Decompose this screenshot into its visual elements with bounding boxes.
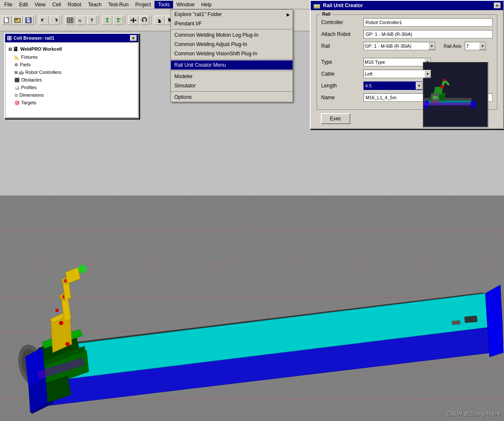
open-button[interactable]	[13, 16, 23, 25]
tree-root[interactable]: ⊟ 🖥 WeldPRO Workcell	[8, 45, 136, 53]
attach-robot-input[interactable]	[363, 30, 493, 38]
undo-button[interactable]	[39, 16, 49, 25]
parts-icon: ⚙	[14, 62, 18, 67]
menu-robot[interactable]: Robot	[65, 1, 85, 8]
cable-select[interactable]: Left Right	[363, 70, 431, 78]
menu-view[interactable]: View	[31, 1, 49, 8]
rail-creator-title: Rail Unit Creator	[323, 3, 363, 8]
rotate-tool-btn[interactable]	[139, 16, 149, 25]
tree-item-fixtures[interactable]: 📐 Fixtures	[8, 53, 136, 61]
rail-creator-window: 🚃 Rail Unit Creator × Rail Controller At…	[310, 0, 504, 129]
svg-point-93	[59, 321, 63, 325]
attach-robot-row: Attach Robot	[321, 30, 493, 38]
tree-item-parts[interactable]: ⚙ Parts	[8, 61, 136, 68]
svg-marker-24	[133, 22, 134, 23]
toolbar-sep-4	[125, 16, 127, 25]
simulator-label: Simulator	[174, 83, 196, 89]
help-button[interactable]: ?	[87, 16, 97, 25]
rail-axis-arrow[interactable]: ▼	[479, 42, 486, 50]
rail-label: Rail	[321, 43, 363, 49]
tree-item-obstacles[interactable]: ⬛ Obstacles	[8, 76, 136, 84]
length-select[interactable]: 4.5 3.0 5.0 6.0	[363, 81, 423, 90]
menu-help[interactable]: Help	[198, 1, 215, 8]
menu-test-run[interactable]: Test-Run	[105, 1, 132, 8]
svg-point-94	[65, 342, 70, 346]
menu-ipendant[interactable]: iPendant I/F	[171, 19, 293, 28]
tree-item-dimensions[interactable]: ⊙ Dimensions	[8, 91, 136, 99]
welding-visionshift-label: Common Welding VisionShift Plug-In	[174, 51, 257, 57]
scene-svg	[0, 196, 504, 421]
attach-robot-label: Attach Robot	[321, 31, 363, 37]
menu-simulator[interactable]: Simulator	[171, 81, 293, 90]
snap-button[interactable]: N	[76, 16, 86, 25]
menu-modeler[interactable]: Modeler	[171, 72, 293, 81]
tree-root-expand[interactable]: ⊟	[8, 47, 12, 52]
menu-teach[interactable]: Teach	[85, 1, 105, 8]
menu-rail-unit-creator[interactable]: Rail Unit Creator Menu	[171, 60, 293, 70]
fixtures-label: Fixtures	[21, 54, 38, 60]
tree-item-profiles[interactable]: 📊 Profiles	[8, 84, 136, 91]
tree-item-targets[interactable]: 🎯 Targets	[8, 99, 136, 106]
rail-unit-creator-label: Rail Unit Creator Menu	[174, 62, 226, 68]
robot-icon-btn[interactable]	[102, 16, 112, 25]
svg-rect-3	[15, 19, 17, 20]
menu-cell[interactable]: Cell	[49, 1, 65, 8]
hand-tool-btn[interactable]	[154, 16, 165, 25]
rail-creator-close[interactable]: ×	[494, 3, 501, 8]
menu-welding-visionshift[interactable]: Common Welding VisionShift Plug-In	[171, 49, 293, 58]
parts-label: Parts	[20, 62, 31, 67]
explore-folder-label: Explore "rail1" Folder	[174, 11, 222, 17]
robot2-icon-btn[interactable]: +	[113, 16, 123, 25]
menu-welding-adjust[interactable]: Common Welding Adjust Plug-In	[171, 40, 293, 49]
cable-select-wrapper: Left Right ▼	[363, 70, 431, 78]
welding-motion-label: Common Welding Motion Log Plug-In	[174, 32, 258, 38]
controller-row: Controller	[321, 18, 493, 27]
tree-root-label: WeldPRO Workcell	[20, 46, 62, 52]
dropdown-sep-2	[171, 59, 293, 60]
controller-input[interactable]	[363, 18, 493, 27]
robot-controllers-icon: 🤖	[19, 70, 24, 75]
menu-options[interactable]: Options	[171, 92, 293, 102]
cell-browser-window: ⊞ Cell Browser- rail1 × ⊟ 🖥 WeldPRO Work…	[4, 33, 139, 119]
new-button[interactable]	[2, 16, 12, 25]
profiles-icon: 📊	[14, 85, 19, 90]
name-label: Name	[321, 95, 363, 100]
rail-select-arrow[interactable]: ▼	[428, 42, 435, 50]
tools-dropdown-menu: Explore "rail1" Folder ▶ iPendant I/F Co…	[171, 9, 293, 102]
menu-edit[interactable]: Edit	[16, 1, 31, 8]
tree-item-robot-controllers[interactable]: ⊞ 🤖 Robot Controllers	[8, 68, 136, 76]
rail-axis-wrapper: 7 ▼	[465, 42, 486, 50]
exec-button[interactable]: Exec	[321, 113, 350, 124]
move-tool-btn[interactable]	[128, 16, 138, 25]
svg-point-95	[55, 309, 59, 312]
svg-rect-7	[67, 18, 73, 23]
redo-button[interactable]	[50, 16, 60, 25]
svg-rect-6	[27, 20, 30, 22]
dimensions-label: Dimensions	[19, 92, 43, 98]
menu-project[interactable]: Project	[132, 1, 154, 8]
menu-welding-motion[interactable]: Common Welding Motion Log Plug-In	[171, 30, 293, 40]
rail-creator-form: Rail Controller Attach Robot Rail G	[311, 10, 503, 128]
dropdown-sep-4	[171, 91, 293, 92]
menu-file[interactable]: File	[1, 1, 16, 8]
menu-tools[interactable]: Tools	[154, 1, 173, 8]
viewport: CSDN @Zhang Harry	[0, 196, 504, 421]
menu-explore-folder[interactable]: Explore "rail1" Folder ▶	[171, 10, 293, 19]
svg-point-92	[78, 265, 87, 273]
menu-window[interactable]: Window	[173, 1, 198, 8]
rail-row: Rail GP: 1 - M-6iB (R-30iA) ▼ Rail Axis …	[321, 42, 493, 50]
type-select[interactable]: M16 Type	[363, 58, 431, 66]
svg-point-14	[106, 18, 108, 20]
cell-browser-title: Cell Browser- rail1	[14, 35, 54, 41]
obstacles-icon: ⬛	[14, 78, 19, 82]
cable-select-arrow[interactable]: ▼	[424, 70, 431, 78]
length-select-arrow[interactable]: ▼	[416, 82, 423, 90]
cell-browser-close[interactable]: ×	[130, 35, 137, 41]
rail-select[interactable]: GP: 1 - M-6iB (R-30iA)	[363, 42, 435, 50]
modeler-label: Modeler	[174, 73, 192, 79]
rail-creator-titlebar: 🚃 Rail Unit Creator ×	[311, 1, 503, 10]
save-button[interactable]	[24, 16, 34, 25]
grid-button[interactable]	[65, 16, 75, 25]
robot-controllers-expand[interactable]: ⊞	[14, 70, 18, 75]
svg-text:?: ?	[90, 18, 93, 23]
